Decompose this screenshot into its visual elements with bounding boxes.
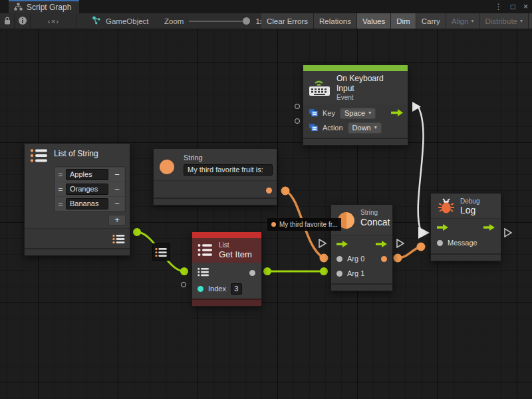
wire-port-dot[interactable] [417,243,426,251]
list-input-port[interactable] [198,267,209,278]
close-icon[interactable]: × [523,2,528,11]
index-port-indicator[interactable] [181,282,186,287]
list-item-row: = Apples − [55,168,124,182]
message-row: Message [431,235,501,250]
control-ports-row [431,221,501,235]
info-icon [18,16,27,27]
node-string-literal[interactable]: String My third favorite fruit is: [153,148,277,205]
action-param-icon [309,123,318,133]
wire-string-value-text: My third favorite fr... [279,221,338,228]
node-title: List of String [54,149,98,159]
remove-item-button[interactable]: − [110,170,124,180]
lock-icon [3,16,11,27]
add-item-button[interactable]: + [108,215,126,225]
wire-port-dot[interactable] [133,228,141,236]
key-input-port[interactable] [295,104,300,109]
string-type-icon [160,160,174,174]
align-button[interactable]: Align▾ [446,13,480,29]
drag-handle[interactable]: = [55,200,66,209]
message-input-port[interactable] [437,240,443,246]
node-get-item[interactable]: List Get Item Index 3 [192,231,262,307]
action-input-port[interactable] [295,118,300,124]
graph-icon [14,3,23,13]
node-footer [192,299,261,306]
overview-button[interactable]: Overv [529,13,532,29]
remove-item-button[interactable]: − [110,199,124,209]
list-item-row: = Bananas − [55,197,124,211]
index-value-field[interactable]: 3 [231,283,242,295]
item-output-port[interactable] [249,270,255,276]
string-value-field[interactable]: My third favorite fruit is: [184,164,273,176]
drag-handle[interactable]: = [55,185,66,194]
action-port-row: Action Down ▾ [303,120,408,135]
values-button[interactable]: Values [357,13,391,29]
more-menu-icon[interactable]: ⋮ [495,2,503,11]
list-icon [30,148,49,164]
control-wire-arrowhead[interactable] [418,227,430,239]
node-concat[interactable]: String Concat Arg 0 [331,204,393,291]
node-title: On Keyboard Input [336,74,402,94]
arg0-label: Arg 0 [347,255,364,263]
node-category: String [360,209,378,217]
arg0-input-port[interactable] [336,256,342,262]
list-item-field[interactable]: Oranges [66,184,108,195]
control-wire-start[interactable] [412,102,421,112]
control-output-port[interactable] [483,224,495,232]
distribute-button[interactable]: Distribute▾ [479,13,529,29]
key-port-row: Key Space ▾ [303,106,408,120]
wire-port-dot[interactable] [320,267,328,275]
concat-control-in-indicator[interactable] [319,239,327,249]
list-item-field[interactable]: Bananas [66,198,108,209]
node-footer [303,138,408,145]
zoom-slider-track[interactable] [189,21,250,22]
chevron-down-icon: ▾ [368,110,371,116]
key-label: Key [323,109,335,117]
tab-title: Script Graph [27,3,71,12]
relations-button[interactable]: Relations [314,13,357,29]
maximize-icon[interactable]: □ [511,2,515,11]
wire-port-dot[interactable] [180,267,188,275]
list-output-port[interactable] [112,234,126,245]
wire-port-dot[interactable] [281,187,290,196]
wire-port-dot[interactable] [394,254,402,263]
action-label: Action [323,124,343,132]
string-value-dot-icon [271,222,276,227]
control-wire-keyboard-to-log[interactable] [418,107,424,229]
drag-handle[interactable]: = [55,170,66,180]
gameobject-reference[interactable]: GameObject [92,13,149,29]
log-control-out-indicator[interactable] [504,228,512,239]
zoom-slider[interactable] [189,13,250,29]
list-item-field[interactable]: Apples [66,169,108,180]
keyboard-icon [309,78,331,98]
tab-script-graph[interactable]: Script Graph [9,0,79,13]
arg1-input-port[interactable] [336,271,342,277]
zoom-slider-handle[interactable] [243,17,250,25]
key-dropdown[interactable]: Space ▾ [340,108,376,119]
wire-port-dot[interactable] [263,267,271,275]
window-controls: ⋮ □ × [495,0,528,13]
result-output-port[interactable] [381,256,387,262]
lock-button[interactable] [0,13,15,29]
arg0-row: Arg 0 [331,251,392,266]
info-button[interactable] [15,13,31,29]
code-view-button[interactable]: ‹×› [31,13,77,29]
index-input-port[interactable] [198,286,203,292]
carry-button[interactable]: Carry [416,13,446,29]
string-output-port[interactable] [266,188,272,194]
control-output-port[interactable] [376,241,387,249]
remove-item-button[interactable]: − [110,184,124,194]
node-on-keyboard-input[interactable]: On Keyboard Input Event Key Space ▾ [303,65,408,146]
node-log[interactable]: Debug Log Message [430,193,501,261]
clear-errors-button[interactable]: Clear Errors [261,13,314,29]
list-icon [155,247,168,257]
concat-control-out-indicator[interactable] [396,239,404,249]
arg1-row: Arg 1 [331,266,392,281]
graph-canvas[interactable]: On Keyboard Input Event Key Space ▾ [0,29,532,399]
dim-button[interactable]: Dim [391,13,416,29]
node-list-of-string[interactable]: List of String = Apples − = Oranges − = … [24,143,130,256]
action-dropdown[interactable]: Down ▾ [348,122,382,134]
wire-port-dot[interactable] [320,254,329,263]
control-input-port[interactable] [437,224,448,232]
control-output-port[interactable] [391,109,403,118]
control-input-port[interactable] [336,241,348,249]
